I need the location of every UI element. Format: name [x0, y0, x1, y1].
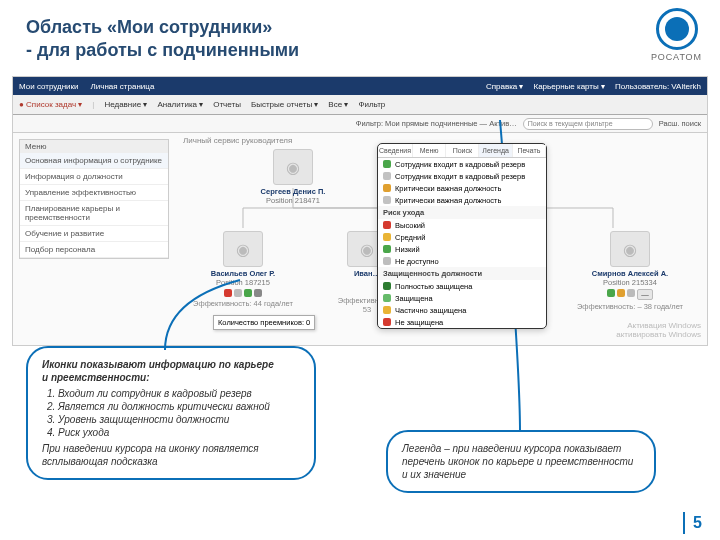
nav-personal-page[interactable]: Личная страница — [91, 82, 155, 91]
avatar-icon: ◉ — [610, 231, 650, 267]
tb-filter[interactable]: Фильтр — [358, 100, 385, 109]
nav-career-cards[interactable]: Карьерные карты ▾ — [534, 82, 606, 91]
legend-swatch-icon — [383, 306, 391, 314]
filter-label: Фильтр: Мои прямые подчиненные — Актив… — [356, 119, 517, 128]
tb-tasklist[interactable]: ● Список задач ▾ — [19, 100, 82, 109]
toolbar: ● Список задач ▾ | Недавние ▾ Аналитика … — [13, 95, 707, 115]
side-menu: Меню Основная информация о сотруднике Ин… — [19, 139, 169, 259]
filter-bar: Фильтр: Мои прямые подчиненные — Актив… … — [13, 115, 707, 133]
critical-icon — [617, 289, 625, 297]
legend-row: Высокий — [378, 219, 546, 231]
legend-swatch-icon — [383, 221, 391, 229]
legend-swatch-icon — [383, 172, 391, 180]
legend-label: Частично защищена — [395, 306, 466, 315]
protected-icon — [244, 289, 252, 297]
legend-swatch-icon — [383, 233, 391, 241]
employee-position: Position 187215 — [188, 278, 298, 287]
legend-tab-print[interactable]: Печать — [513, 144, 546, 157]
legend-row: Частично защищена — [378, 304, 546, 316]
legend-row: Критически важная должность — [378, 194, 546, 206]
successors-tooltip: Количество преемников: 0 — [213, 315, 315, 330]
legend-row: Не доступно — [378, 255, 546, 267]
legend-label: Высокий — [395, 221, 425, 230]
tb-all[interactable]: Все ▾ — [328, 100, 348, 109]
rosatom-icon — [656, 8, 698, 50]
nav-user[interactable]: Пользователь: VAlterkh — [615, 82, 701, 91]
nav-my-employees[interactable]: Мои сотрудники — [19, 82, 79, 91]
legend-tab-info[interactable]: Сведения — [378, 144, 413, 157]
tb-quick-reports[interactable]: Быстрые отчеты ▾ — [251, 100, 318, 109]
reserve-icon — [234, 289, 242, 297]
legend-label: Защищена — [395, 294, 433, 303]
expand-icon[interactable]: — — [637, 289, 653, 300]
legend-row: Критически важная должность — [378, 182, 546, 194]
legend-swatch-icon — [383, 318, 391, 326]
tb-reports[interactable]: Отчеты — [213, 100, 241, 109]
legend-swatch-icon — [383, 245, 391, 253]
employee-card-right[interactable]: ◉ Смирнов Алексей А. Position 215334 — Э… — [575, 231, 685, 311]
legend-label: Сотрудник входит в кадровый резерв — [395, 160, 525, 169]
tb-recent[interactable]: Недавние ▾ — [104, 100, 147, 109]
sidemenu-item-position[interactable]: Информация о должности — [20, 169, 168, 185]
avatar-icon: ◉ — [223, 231, 263, 267]
callout-icons: Иконки показывают информацию по карьере … — [26, 346, 316, 480]
legend-tab-search[interactable]: Поиск — [446, 144, 479, 157]
sidemenu-item-performance[interactable]: Управление эффективностью — [20, 185, 168, 201]
legend-popup: Сведения Меню Поиск Легенда Печать Сотру… — [377, 143, 547, 329]
legend-label: Критически важная должность — [395, 196, 501, 205]
employee-card-top[interactable]: ◉ Сергеев Денис П. Position 218471 — [238, 149, 348, 205]
legend-label: Низкий — [395, 245, 420, 254]
reserve-icon — [607, 289, 615, 297]
efficiency-label: Эффективность: – 38 года/лет — [575, 302, 685, 311]
search-input[interactable]: Поиск в текущем фильтре — [523, 118, 653, 130]
slide-title: Область «Мои сотрудники» - для работы с … — [26, 16, 299, 63]
legend-row: Защищена — [378, 292, 546, 304]
legend-tab-menu[interactable]: Меню — [413, 144, 446, 157]
page-number: 5 — [693, 514, 702, 532]
workspace: Личный сервис руководителя Меню Основная… — [13, 133, 707, 345]
protected-icon — [627, 289, 635, 297]
legend-label: Не доступно — [395, 257, 439, 266]
legend-swatch-icon — [383, 184, 391, 192]
adv-search-link[interactable]: Расш. поиск — [659, 119, 701, 128]
sidemenu-item-recruiting[interactable]: Подбор персонала — [20, 242, 168, 258]
legend-swatch-icon — [383, 294, 391, 302]
sidemenu-header: Меню — [20, 140, 168, 153]
employee-position: Position 215334 — [575, 278, 685, 287]
legend-swatch-icon — [383, 282, 391, 290]
legend-row: Сотрудник входит в кадровый резерв — [378, 170, 546, 182]
brand-logo: РОСАТОМ — [651, 8, 702, 62]
employee-name: Васильев Олег Р. — [188, 269, 298, 278]
sidemenu-item-succession[interactable]: Планирование карьеры и преемственности — [20, 201, 168, 226]
legend-row: Средний — [378, 231, 546, 243]
risk-icon — [224, 289, 232, 297]
employee-name: Сергеев Денис П. — [238, 187, 348, 196]
career-icons — [188, 289, 298, 297]
callout-legend: Легенда – при наведении курсора показыва… — [386, 430, 656, 493]
legend-swatch-icon — [383, 257, 391, 265]
legend-label: Полностью защищена — [395, 282, 472, 291]
legend-row: Низкий — [378, 243, 546, 255]
employee-position: Position 218471 — [238, 196, 348, 205]
sidemenu-item-learning[interactable]: Обучение и развитие — [20, 226, 168, 242]
career-icons: — — [575, 289, 685, 300]
nav-help[interactable]: Справка ▾ — [486, 82, 524, 91]
critical-icon — [254, 289, 262, 297]
legend-row: Сотрудник входит в кадровый резерв — [378, 158, 546, 170]
legend-row: Полностью защищена — [378, 280, 546, 292]
employee-card-left[interactable]: ◉ Васильев Олег Р. Position 187215 Эффек… — [188, 231, 298, 308]
legend-label: Не защищена — [395, 318, 443, 327]
employee-name: Смирнов Алексей А. — [575, 269, 685, 278]
sidemenu-item-basic[interactable]: Основная информация о сотруднике — [20, 153, 168, 169]
workspace-title: Личный сервис руководителя — [183, 136, 292, 145]
tb-analytics[interactable]: Аналитика ▾ — [157, 100, 203, 109]
legend-row: Не защищена — [378, 316, 546, 328]
top-navbar: Мои сотрудники Личная страница Справка ▾… — [13, 77, 707, 95]
efficiency-label: Эффективность: 44 года/лет — [188, 299, 298, 308]
legend-tab-legend[interactable]: Легенда — [479, 144, 512, 157]
legend-label: Сотрудник входит в кадровый резерв — [395, 172, 525, 181]
avatar-icon: ◉ — [273, 149, 313, 185]
legend-swatch-icon — [383, 160, 391, 168]
windows-watermark: Активация Windowsактивировать Windows — [616, 321, 701, 339]
legend-label: Критически важная должность — [395, 184, 501, 193]
